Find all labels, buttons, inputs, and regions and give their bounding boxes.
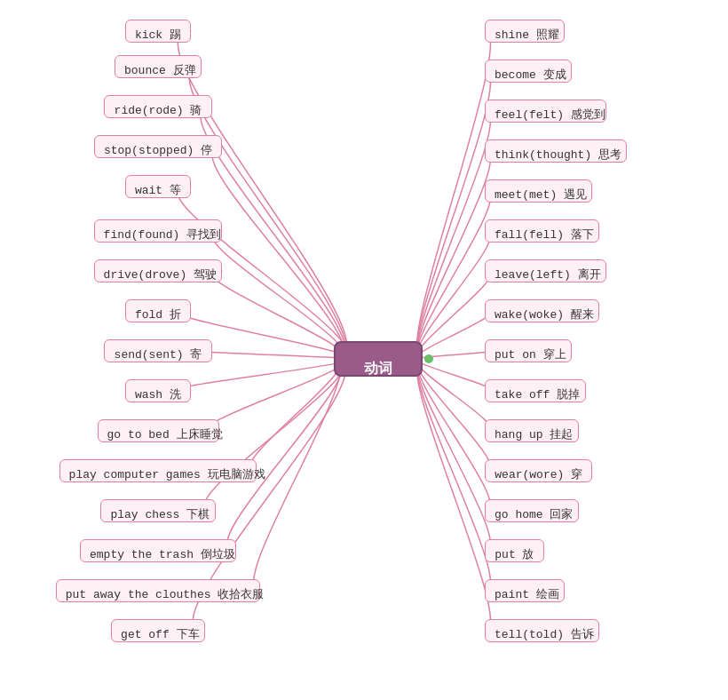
center-node: 动词（三）	[334, 341, 423, 377]
left-node-gotob: go to bed 上床睡觉	[98, 419, 219, 442]
right-node-leave: leave(left) 离开	[485, 259, 606, 282]
right-node-become: become 变成	[485, 60, 572, 83]
left-node-send: send(sent) 寄	[104, 339, 211, 362]
right-node-meet: meet(met) 遇见	[485, 179, 592, 203]
right-node-takeoff: take off 脱掉	[485, 379, 586, 402]
right-node-fall: fall(fell) 落下	[485, 219, 599, 243]
left-node-playc: play computer games 玩电脑游戏	[59, 459, 257, 482]
right-node-gohome: go home 回家	[485, 499, 579, 522]
right-node-tell: tell(told) 告诉	[485, 619, 599, 642]
left-node-fold: fold 折	[125, 299, 192, 322]
right-node-put: put 放	[485, 539, 544, 562]
right-node-feel: feel(felt) 感觉到	[485, 99, 606, 123]
right-node-think: think(thought) 思考	[485, 139, 627, 163]
left-node-drive: drive(drove) 驾驶	[94, 259, 223, 282]
right-node-puton: put on 穿上	[485, 339, 572, 362]
left-node-playch: play chess 下棋	[100, 499, 215, 522]
left-node-empty: empty the trash 倒垃圾	[80, 539, 236, 562]
right-node-wear: wear(wore) 穿	[485, 459, 592, 482]
left-node-stop: stop(stopped) 停	[94, 135, 223, 158]
right-node-wake: wake(woke) 醒来	[485, 299, 599, 322]
right-node-paint: paint 绘画	[485, 579, 565, 602]
left-node-bounce: bounce 反弹	[115, 55, 202, 78]
right-node-hangup: hang up 挂起	[485, 419, 579, 442]
mindmap-canvas: 动词（三）kick 踢bounce 反弹ride(rode) 骑stop(sto…	[0, 0, 728, 700]
left-node-ride: ride(rode) 骑	[104, 95, 211, 118]
left-node-getoff: get off 下车	[111, 619, 205, 642]
center-dot	[424, 354, 433, 363]
left-node-wait: wait 等	[125, 175, 192, 198]
right-node-shine: shine 照耀	[485, 20, 565, 43]
left-node-wash: wash 洗	[125, 379, 192, 402]
left-node-putaway: put away the clouthes 收拾衣服	[56, 579, 261, 602]
left-node-kick: kick 踢	[125, 20, 192, 43]
left-node-find: find(found) 寻找到	[94, 219, 223, 243]
